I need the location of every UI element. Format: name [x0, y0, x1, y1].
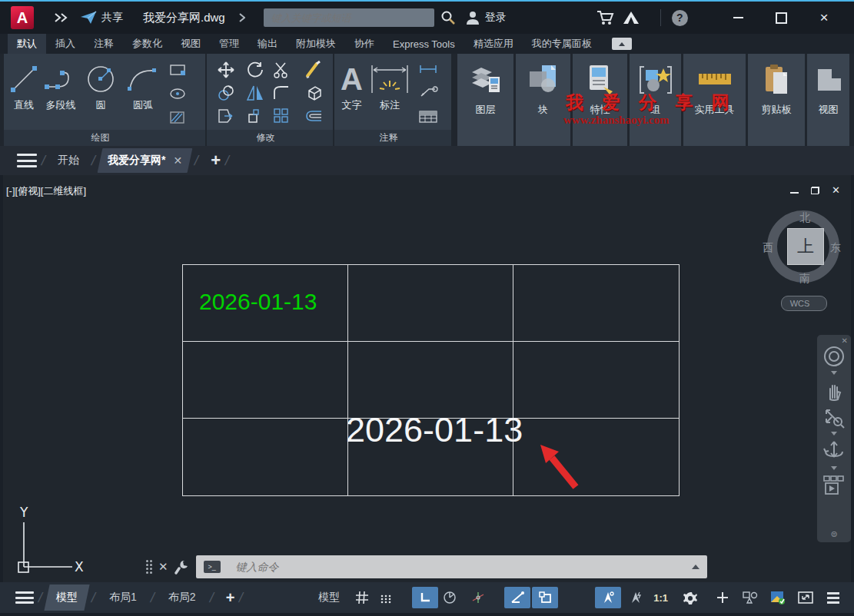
- share-button[interactable]: 共享: [80, 11, 123, 25]
- grid-toggle[interactable]: [349, 587, 375, 608]
- file-tab-close-icon[interactable]: ✕: [173, 154, 182, 167]
- fillet-button[interactable]: [273, 85, 297, 101]
- ortho-toggle[interactable]: [412, 587, 438, 608]
- ribbon-tab-view[interactable]: 视图: [171, 34, 210, 54]
- statusbar-menu-icon[interactable]: [15, 591, 34, 604]
- zoom-extents-icon[interactable]: [823, 407, 845, 429]
- copy-icon[interactable]: [217, 84, 235, 101]
- file-tab-document[interactable]: 我爱分享网*✕: [98, 148, 193, 173]
- mirror-icon[interactable]: [246, 84, 264, 101]
- isolate-objects-button[interactable]: [737, 587, 763, 608]
- pan-hand-icon[interactable]: [824, 381, 844, 401]
- annotation-autoscale-toggle[interactable]: [623, 587, 649, 608]
- file-tab-start[interactable]: 开始: [50, 148, 87, 173]
- navbar-more-icon[interactable]: ⊜: [830, 529, 837, 539]
- ucs-icon[interactable]: Y X: [3, 498, 103, 578]
- move-icon[interactable]: [217, 61, 235, 79]
- command-dock-close-icon[interactable]: ✕: [158, 560, 168, 574]
- ribbon-tab-output[interactable]: 输出: [248, 34, 287, 54]
- ribbon-tab-manage[interactable]: 管理: [210, 34, 248, 54]
- drawing-canvas[interactable]: [-][俯视][二维线框] ✕ 2026-01-13 2026-01-13 北 …: [3, 175, 851, 582]
- orbit-caret-icon[interactable]: [831, 466, 837, 470]
- ribbon-tab-annotate[interactable]: 注释: [85, 34, 123, 54]
- ribbon-tab-collaborate[interactable]: 协作: [345, 34, 384, 54]
- layout-tab-model[interactable]: 模型: [44, 585, 89, 611]
- arc-button[interactable]: 圆弧: [125, 60, 161, 114]
- panel-view[interactable]: 视图: [807, 54, 849, 146]
- rectangle-button[interactable]: [168, 63, 194, 77]
- new-layout-button[interactable]: +: [226, 589, 235, 607]
- wcs-dropdown[interactable]: WCS: [781, 296, 827, 311]
- search-box[interactable]: [264, 8, 434, 27]
- dimension-button[interactable]: 标注: [369, 60, 410, 112]
- layout-tab-2[interactable]: 布局2: [159, 585, 205, 611]
- minimize-button[interactable]: [725, 6, 751, 29]
- table-date-text-white[interactable]: 2026-01-13: [346, 410, 523, 450]
- osnap-toggle[interactable]: [532, 587, 558, 608]
- model-paper-toggle[interactable]: 模型: [315, 587, 343, 608]
- graphics-performance-button[interactable]: [765, 587, 791, 608]
- zoom-caret-icon[interactable]: [831, 432, 837, 436]
- stretch-icon[interactable]: [217, 108, 235, 124]
- osnap-caret-button[interactable]: [560, 587, 586, 608]
- login-button[interactable]: 登录: [485, 11, 507, 25]
- array-button[interactable]: [273, 108, 297, 124]
- panel-draw-footer[interactable]: 绘图: [4, 130, 205, 146]
- viewport-controls-label[interactable]: [-][俯视][二维线框]: [6, 184, 86, 198]
- command-dock-grip[interactable]: [146, 560, 152, 574]
- maximize-button[interactable]: [768, 6, 794, 29]
- close-button[interactable]: ×: [811, 6, 837, 29]
- panel-layers[interactable]: 图层: [457, 54, 513, 146]
- ribbon-tab-default[interactable]: 默认: [8, 34, 46, 54]
- ellipse-button[interactable]: [168, 87, 194, 101]
- tray-plus-button[interactable]: [709, 587, 736, 608]
- panel-modify-footer[interactable]: 修改: [207, 130, 333, 146]
- polar-toggle[interactable]: [440, 587, 467, 608]
- panel-block[interactable]: 块: [516, 54, 570, 146]
- help-icon[interactable]: ?: [672, 10, 688, 26]
- viewcube-top-face[interactable]: 上: [787, 228, 824, 265]
- navigation-wheel-caret-icon[interactable]: [831, 371, 837, 375]
- showmotion-icon[interactable]: [822, 475, 846, 496]
- otrack-toggle[interactable]: [504, 587, 530, 608]
- clean-screen-button[interactable]: [793, 587, 819, 608]
- text-button[interactable]: A 文字: [341, 60, 363, 114]
- viewcube-south[interactable]: 南: [799, 272, 810, 286]
- line-button[interactable]: 直线: [8, 60, 39, 112]
- command-wrench-icon[interactable]: [174, 559, 190, 575]
- command-prompt-icon[interactable]: >_: [204, 561, 221, 573]
- erase-icon[interactable]: [304, 61, 323, 79]
- ribbon-tab-featured-apps[interactable]: 精选应用: [464, 34, 523, 54]
- ribbon-minimize-button[interactable]: [612, 38, 632, 50]
- app-menu-button[interactable]: A: [11, 6, 34, 29]
- viewcube-north[interactable]: 北: [799, 211, 810, 225]
- panel-annotate-footer[interactable]: 注释: [334, 130, 451, 146]
- explode-icon[interactable]: [304, 84, 323, 102]
- viewcube-west[interactable]: 西: [763, 241, 773, 255]
- command-input-bar[interactable]: >_: [196, 555, 707, 578]
- file-tabs-menu-icon[interactable]: [17, 154, 37, 167]
- hatch-button[interactable]: [168, 111, 194, 124]
- trim-button[interactable]: [273, 61, 297, 78]
- panel-clipboard[interactable]: 剪贴板: [748, 54, 805, 146]
- viewcube-east[interactable]: 东: [830, 241, 841, 255]
- autodesk-logo-icon[interactable]: [622, 10, 640, 25]
- new-file-tab-button[interactable]: +: [211, 151, 221, 171]
- annotation-scale-button[interactable]: 1:1: [650, 587, 678, 608]
- annotation-visibility-toggle[interactable]: [595, 587, 621, 608]
- search-input[interactable]: [270, 12, 428, 25]
- quick-access-expand-icon[interactable]: [54, 13, 69, 22]
- command-expand-icon[interactable]: [692, 565, 699, 569]
- rotate-icon[interactable]: [246, 61, 264, 79]
- command-input[interactable]: [234, 560, 687, 574]
- leader-button[interactable]: [418, 86, 446, 98]
- orbit-icon[interactable]: [823, 440, 845, 463]
- table-date-text-green[interactable]: 2026-01-13: [199, 289, 317, 315]
- viewport-close-icon[interactable]: ✕: [832, 184, 840, 196]
- navigation-wheel-icon[interactable]: [822, 345, 846, 368]
- table-button[interactable]: [418, 110, 446, 124]
- customization-button[interactable]: [820, 587, 846, 608]
- title-chevron-icon[interactable]: [239, 13, 245, 22]
- ribbon-tab-addins[interactable]: 附加模块: [287, 34, 345, 54]
- search-icon[interactable]: [440, 10, 456, 25]
